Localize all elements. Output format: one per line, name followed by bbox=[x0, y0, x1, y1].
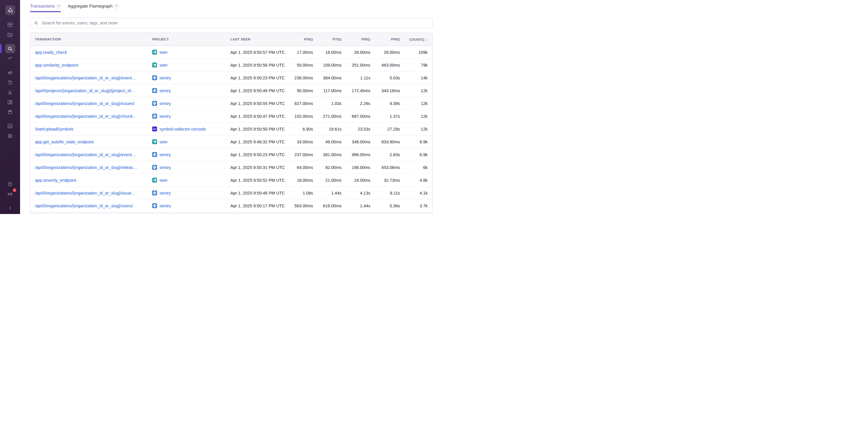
transaction-cell: StartUploadSymbols bbox=[35, 127, 152, 131]
transaction-link[interactable]: /api/0/organizations/{organization_id_or… bbox=[35, 152, 136, 157]
sidebar-item-search[interactable] bbox=[5, 44, 15, 53]
column-header-p99[interactable]: P99() bbox=[370, 37, 400, 41]
transaction-link[interactable]: /api/0/organizations/{organization_id_or… bbox=[35, 75, 136, 80]
sidebar bbox=[0, 0, 20, 214]
column-header-p50[interactable]: P50() bbox=[286, 37, 313, 41]
count-value: 12k bbox=[400, 127, 428, 131]
column-header-transaction[interactable]: TRANSACTION bbox=[35, 37, 152, 41]
project-link[interactable]: sentry bbox=[159, 101, 171, 106]
sidebar-item-insights[interactable] bbox=[5, 54, 15, 63]
p95-value: 251.00ms bbox=[341, 63, 370, 67]
project-link[interactable]: sentry bbox=[159, 114, 171, 119]
transaction-link[interactable]: /api/0/organizations/{organization_id_or… bbox=[35, 114, 137, 119]
tabs: Transactions ? Aggregate Flamegraph ? bbox=[30, 3, 433, 12]
sidebar-item-replays[interactable] bbox=[5, 78, 15, 87]
p75-value: 381.00ms bbox=[313, 152, 341, 157]
transaction-link[interactable]: /api/0/organizations/{organization_id_or… bbox=[35, 165, 137, 170]
replays-icon bbox=[7, 79, 13, 86]
p95-value: 687.00ms bbox=[341, 114, 370, 119]
p75-value: 1.44s bbox=[313, 191, 341, 195]
sidebar-item-projects[interactable] bbox=[5, 107, 15, 117]
column-header-p95[interactable]: P95() bbox=[341, 37, 370, 41]
p99-value: 343.18ms bbox=[370, 88, 400, 93]
table-row: /api/0/organizations/{organization_id_or… bbox=[30, 97, 432, 110]
sidebar-item-issues[interactable] bbox=[5, 20, 15, 29]
transaction-cell: /api/0/organizations/{organization_id_or… bbox=[35, 101, 152, 106]
platform-dotnet-icon: .NET bbox=[152, 127, 157, 131]
sidebar-bottom bbox=[0, 179, 20, 214]
help-icon[interactable]: ? bbox=[114, 4, 119, 8]
p95-value: 23.53s bbox=[341, 127, 370, 131]
column-header-project[interactable]: PROJECT bbox=[152, 37, 230, 41]
table-row: /api/0/organizations/{organization_id_or… bbox=[30, 71, 432, 84]
project-link[interactable]: seer bbox=[159, 50, 167, 55]
transaction-link[interactable]: /api/0/organizations/{organization_id_or… bbox=[35, 101, 135, 106]
sidebar-item-alerts[interactable] bbox=[5, 88, 15, 97]
p75-value: 384.00ms bbox=[313, 75, 341, 80]
p50-value: 6.90s bbox=[286, 127, 313, 131]
p50-value: 563.00ms bbox=[286, 203, 313, 208]
project-link[interactable]: sentry bbox=[159, 75, 171, 80]
p50-value: 238.00ms bbox=[286, 75, 313, 80]
p50-value: 237.00ms bbox=[286, 152, 313, 157]
transaction-link[interactable]: app.get_autofix_state_endpoint bbox=[35, 139, 94, 144]
count-value: 12k bbox=[400, 88, 428, 93]
last-seen-value: Apr 1, 2025 9:50:46 PM UTC bbox=[230, 191, 286, 195]
p95-value: 4.13s bbox=[341, 191, 370, 195]
transaction-link[interactable]: /api/0/projects/{organization_id_or_slug… bbox=[35, 88, 135, 93]
sidebar-item-help[interactable] bbox=[5, 179, 15, 189]
p95-value: 346.00ms bbox=[341, 139, 370, 144]
project-link[interactable]: sentry bbox=[159, 88, 171, 93]
project-cell: seer bbox=[152, 63, 230, 67]
p50-value: 17.00ms bbox=[286, 50, 313, 55]
transaction-link[interactable]: app.similarity_endpoint bbox=[35, 63, 78, 67]
notification-dot bbox=[13, 189, 16, 192]
p75-value: 117.00ms bbox=[313, 88, 341, 93]
transaction-cell: app.severity_endpoint bbox=[35, 178, 152, 183]
sidebar-item-dashboards[interactable] bbox=[5, 97, 15, 107]
column-header-p75[interactable]: P75() bbox=[313, 37, 341, 41]
table-row: app.severity_endpointseerApr 1, 2025 9:5… bbox=[30, 174, 432, 187]
p95-value: 986.05ms bbox=[341, 152, 370, 157]
last-seen-value: Apr 1, 2025 9:50:55 PM UTC bbox=[230, 101, 286, 106]
last-seen-value: Apr 1, 2025 9:50:52 PM UTC bbox=[230, 178, 286, 183]
transaction-link[interactable]: app.severity_endpoint bbox=[35, 178, 76, 183]
project-link[interactable]: seer bbox=[159, 139, 167, 144]
tab-aggregate-flamegraph[interactable]: Aggregate Flamegraph ? bbox=[68, 3, 118, 12]
count-value: 109k bbox=[400, 50, 428, 55]
project-link[interactable]: sentry bbox=[159, 165, 171, 170]
alerts-icon bbox=[7, 89, 13, 95]
chevron-right-icon bbox=[7, 205, 13, 211]
project-link[interactable]: sentry bbox=[159, 203, 171, 208]
help-icon[interactable]: ? bbox=[56, 4, 61, 8]
transaction-link[interactable]: app.ready_check bbox=[35, 50, 67, 55]
last-seen-value: Apr 1, 2025 9:50:50 PM UTC bbox=[230, 127, 286, 131]
project-link[interactable]: sentry bbox=[159, 191, 171, 195]
count-value: 8.9k bbox=[400, 139, 428, 144]
search-bar bbox=[30, 18, 433, 28]
transaction-link[interactable]: StartUploadSymbols bbox=[35, 127, 73, 131]
sidebar-item-collapse[interactable] bbox=[5, 203, 15, 212]
project-link[interactable]: sentry bbox=[159, 152, 171, 157]
search-input[interactable] bbox=[41, 20, 429, 26]
column-header-last_seen[interactable]: LAST SEEN bbox=[230, 37, 286, 41]
last-seen-value: Apr 1, 2025 9:50:49 PM UTC bbox=[230, 88, 286, 93]
sidebar-item-settings[interactable] bbox=[5, 131, 15, 140]
sentry-logo[interactable] bbox=[5, 5, 15, 15]
p75-value: 1.03s bbox=[313, 101, 341, 106]
sidebar-item-stats[interactable] bbox=[5, 121, 15, 131]
tab-transactions[interactable]: Transactions ? bbox=[30, 3, 61, 12]
sidebar-item-feedback[interactable] bbox=[5, 68, 15, 77]
transaction-link[interactable]: /api/0/organizations/{organization_id_or… bbox=[35, 203, 133, 208]
p75-value: 82.00ms bbox=[313, 165, 341, 170]
platform-python-icon bbox=[152, 165, 157, 170]
project-link[interactable]: seer bbox=[159, 63, 167, 67]
sidebar-item-whats-new[interactable] bbox=[5, 189, 15, 199]
count-value: 4.1k bbox=[400, 191, 428, 195]
project-link[interactable]: symbol-collector-console bbox=[159, 127, 206, 131]
project-link[interactable]: seer bbox=[159, 178, 167, 183]
column-header-count[interactable]: COUNT()↓ bbox=[400, 37, 428, 41]
transaction-link[interactable]: /api/0/organizations/{organization_id_or… bbox=[35, 191, 135, 195]
sidebar-item-explore[interactable] bbox=[5, 30, 15, 39]
p75-value: 21.00ms bbox=[313, 178, 341, 183]
